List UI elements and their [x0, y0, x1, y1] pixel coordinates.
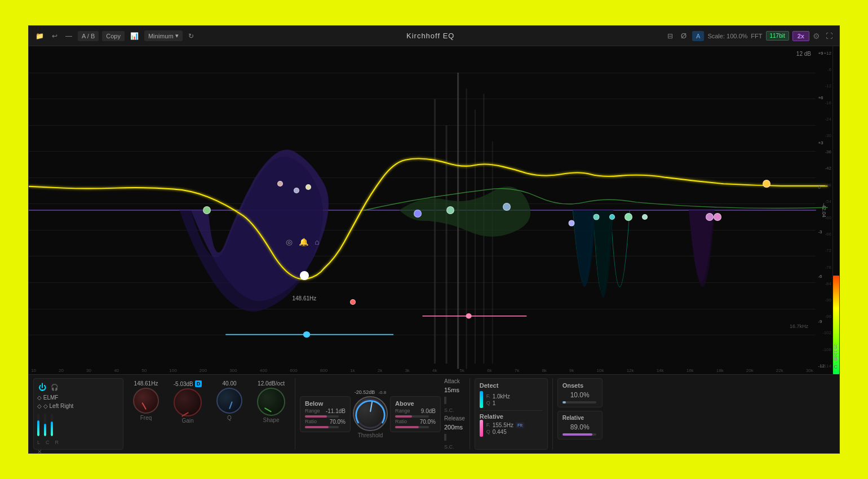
eq-node-green1[interactable] — [446, 206, 454, 214]
q-value: 40.00 — [222, 380, 236, 387]
svg-text:◎: ◎ — [286, 238, 293, 246]
minus-icon[interactable]: — — [63, 30, 74, 42]
threshold-label: Threshold — [358, 432, 383, 438]
eq-node-teal[interactable] — [503, 203, 511, 211]
fft-label: FFT — [751, 33, 762, 39]
shape-knob-group: 12.0dB/oct Shape — [252, 380, 290, 450]
above-section: Above Range 9.0dB Ratio 70.0% — [390, 396, 441, 432]
eq-node-red[interactable] — [350, 299, 356, 305]
gain-knob-group: -5.03dB D Gain — [169, 380, 207, 450]
rel-q-label: Q — [486, 429, 490, 434]
grid-h — [29, 73, 816, 73]
above-range-val: 9.0dB — [421, 408, 436, 414]
eq-node-ltcyan[interactable] — [642, 214, 648, 220]
power-button[interactable]: ⏻ — [37, 382, 47, 392]
a-button[interactable]: A — [692, 31, 704, 41]
refresh-icon[interactable]: ↻ — [186, 30, 196, 42]
q-knob[interactable] — [216, 388, 242, 414]
shape-knob[interactable] — [257, 388, 285, 416]
d-badge: D — [195, 380, 202, 387]
grid-h — [29, 99, 816, 99]
channel-c-label: C — [834, 364, 838, 370]
release-label: Release — [444, 415, 465, 422]
channel-section: ⏻ 🎧 ◇ ELMF ◇ ◇ Left Right — [33, 378, 123, 450]
below-ratio-row: Ratio 70.0% — [305, 419, 346, 425]
close-btn[interactable]: ✕ — [37, 449, 42, 455]
attack-label: Attack — [444, 378, 460, 384]
copy-button[interactable]: Copy — [102, 31, 125, 41]
below-ratio-bar — [305, 426, 339, 428]
eq-node-purple[interactable] — [706, 213, 714, 221]
eq-node-cyan2[interactable] — [609, 214, 615, 220]
above-title: Above — [395, 400, 436, 407]
attack-bar — [444, 397, 446, 404]
relative-title: Relative — [480, 413, 543, 420]
scale-label: Scale: 100.0% — [707, 33, 747, 39]
below-title: Below — [305, 400, 346, 407]
freq-knob[interactable] — [133, 388, 159, 414]
c-meter — [44, 414, 46, 436]
dynamics-group: Below Range -11.1dB Ratio 70.0% — [300, 378, 441, 450]
svg-rect-4 — [466, 88, 467, 369]
folder-icon[interactable]: 📁 — [33, 30, 46, 42]
below-ratio-label: Ratio — [305, 419, 317, 424]
above-ratio-val: 70.0% — [420, 419, 436, 425]
gain-12db-label: 12 dB — [796, 51, 811, 57]
eq-node-3[interactable] — [294, 188, 299, 193]
eq-node-2[interactable] — [277, 181, 283, 187]
elmf-row: ◇ ELMF — [37, 394, 119, 401]
eq-node-yellow[interactable] — [763, 180, 770, 188]
eq-node-green2[interactable] — [569, 220, 575, 227]
preset-button[interactable]: Minimum ▾ — [144, 30, 183, 41]
q-label: Q — [227, 415, 232, 421]
freq-label: Freq — [140, 415, 152, 421]
svg-rect-6 — [483, 94, 484, 363]
above-range-label: Range — [395, 408, 410, 414]
eq-node-blue[interactable] — [414, 210, 422, 218]
eq-node-pink[interactable] — [714, 213, 721, 221]
level-bottom-label: -25.12dB — [833, 343, 838, 361]
eq-node-cyan[interactable] — [625, 213, 632, 221]
expand-icon[interactable]: ⛶ — [823, 30, 835, 42]
rel-q-val: 0.445 — [493, 429, 507, 435]
gain-knob[interactable] — [174, 388, 202, 416]
lr-label: ◇ ◇ Left Right — [37, 403, 73, 409]
detect-q-val: 1 — [493, 400, 496, 406]
onsets-title: Onsets — [563, 382, 597, 389]
oversample-button[interactable]: 2x — [792, 31, 809, 41]
above-ratio-row: Ratio 70.0% — [395, 419, 436, 425]
detect-f-val: 1.0kHz — [493, 393, 510, 400]
grid-h — [29, 125, 816, 126]
gain-label: Gain — [181, 418, 193, 424]
eq-node-teal2[interactable] — [593, 214, 599, 220]
phase-button[interactable]: Ø — [679, 29, 689, 42]
eq-node-main[interactable] — [300, 271, 309, 280]
r-meter — [51, 414, 53, 436]
elmf-label: ◇ ELMF — [37, 394, 58, 401]
fft-bit-button[interactable]: 117bit — [766, 31, 789, 41]
release-val: 200ms — [444, 424, 465, 431]
freq-axis-labels: 10 20 30 40 50 100 200 300 400 600 800 1… — [29, 368, 816, 373]
sep3 — [552, 378, 553, 450]
grid-h — [29, 178, 816, 178]
settings-icon[interactable]: ⚙ — [813, 32, 820, 41]
relative-pct-label: Relative — [563, 415, 597, 421]
detect-bar-pink — [480, 420, 483, 437]
l-meter — [37, 414, 39, 436]
level-meter-bar — [832, 46, 839, 374]
grid-h — [29, 309, 816, 309]
undo-icon[interactable]: ↩ — [50, 30, 60, 42]
app-title: Kirchhoff EQ — [200, 32, 662, 40]
threshold-knob[interactable] — [353, 396, 388, 431]
db-marks-right: +9 +6 +3 0 -3 -6 -9 -12 — [818, 51, 825, 369]
eq-node-1[interactable] — [203, 206, 211, 214]
above-range-row: Range 9.0dB — [395, 408, 436, 414]
onsets-bar — [563, 401, 596, 403]
grid-h — [29, 256, 816, 256]
onsets-section: Onsets 10.0% — [557, 378, 603, 407]
stats-icon[interactable]: 📊 — [128, 30, 141, 42]
ab-button[interactable]: A / B — [78, 31, 99, 41]
window-icon[interactable]: ⊟ — [665, 30, 675, 42]
detect-row1: F. 1.0kHz Q 1 — [480, 391, 543, 408]
eq-node-4[interactable] — [305, 184, 311, 190]
